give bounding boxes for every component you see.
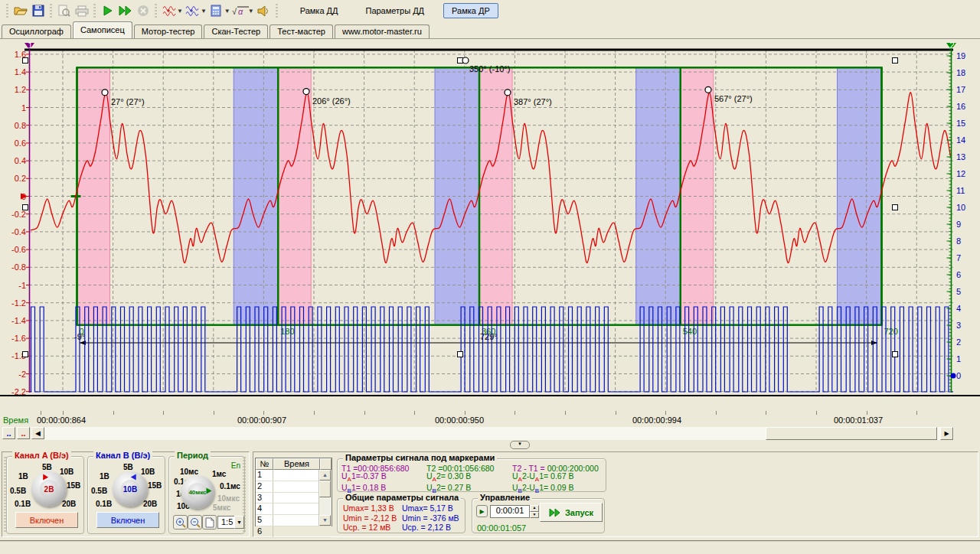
right-axis-label: 18 — [956, 68, 965, 77]
tab-scan-tester[interactable]: Скан-Тестер — [204, 24, 268, 38]
selection-handle[interactable] — [893, 205, 898, 210]
tab-website[interactable]: www.motor-master.ru — [335, 24, 430, 38]
umin-b: Umin = -376 мВ — [402, 513, 459, 523]
dial-label: 0.1мс — [220, 482, 240, 490]
table-header-number[interactable]: № — [256, 458, 273, 470]
fast-forward-button[interactable] — [116, 2, 134, 20]
en-mode-label[interactable]: En — [231, 461, 240, 470]
scroll-up-button[interactable]: ▲ — [319, 470, 331, 481]
period-knob[interactable]: 40мкс — [181, 475, 214, 509]
print-button[interactable] — [73, 2, 90, 20]
left-axis-label: -1 — [18, 281, 26, 290]
t2-value: T2 =00:01:056:680 — [426, 464, 512, 472]
toolbar-grip — [93, 4, 96, 18]
calculator-button[interactable] — [207, 2, 225, 20]
play-button[interactable] — [99, 2, 116, 20]
status-strip — [0, 540, 980, 554]
left-axis-label: 1.4 — [15, 67, 26, 77]
duration-spinner[interactable]: ▲▼ — [530, 505, 539, 518]
row-number: 1 — [256, 470, 273, 481]
table-header-time[interactable]: Время — [273, 458, 320, 470]
time-tick-label: 00:00:00:864 — [27, 416, 96, 425]
zoom-out-button[interactable] — [188, 515, 202, 530]
horizontal-scrollbar-thumb[interactable] — [766, 427, 937, 440]
save-button[interactable] — [29, 2, 47, 20]
stop-button[interactable] — [134, 2, 152, 20]
left-axis-label: -1.2 — [11, 298, 26, 308]
sound-button[interactable] — [255, 2, 273, 20]
left-axis-label: 1.2 — [15, 85, 26, 94]
selection-handle[interactable] — [893, 352, 898, 357]
time-tick-marks — [29, 411, 956, 415]
scroll-left-button[interactable]: ◀ — [31, 427, 44, 439]
marker2-goto-button[interactable]: .. — [17, 427, 30, 439]
peak-marker-label: 206° (26°) — [312, 96, 351, 106]
left-axis-label: 0.2 — [15, 174, 26, 183]
channel-b-range-knob[interactable]: 10В — [113, 471, 148, 507]
table-scrollbar-thumb[interactable] — [319, 481, 331, 497]
scale-select-arrow[interactable]: ▼ — [234, 516, 244, 529]
dropdown-arrow-icon[interactable]: ▼ — [177, 8, 183, 15]
save-floppy-icon — [32, 5, 44, 17]
tab-oscillograph[interactable]: Осциллограф — [2, 24, 71, 38]
time-tick-label: 00:00:00:994 — [622, 416, 691, 425]
right-axis-label: 4 — [956, 304, 961, 313]
dropdown-arrow-icon[interactable]: ▼ — [201, 8, 207, 15]
degree-label: 360 — [482, 327, 495, 336]
selection-handle[interactable] — [23, 352, 28, 357]
zoom-in-button[interactable] — [173, 515, 188, 530]
open-file-button[interactable] — [11, 2, 29, 20]
umin-a: Umin = -2,12 В — [343, 513, 397, 523]
print-preview-button[interactable] — [55, 2, 73, 20]
scroll-down-button[interactable]: ▼ — [319, 515, 331, 526]
scroll-right-button[interactable]: ▶ — [940, 427, 953, 440]
peak-marker — [505, 90, 511, 96]
selection-handle[interactable] — [23, 58, 28, 64]
control-title: Управление — [478, 493, 532, 502]
right-axis-label: 12 — [956, 169, 965, 178]
params-dd-button[interactable]: Параметры ДД — [357, 3, 433, 18]
collapse-panel-button[interactable]: ▼ — [510, 441, 530, 449]
left-axis-label: 1 — [21, 103, 26, 112]
dropdown-arrow-icon[interactable]: ▼ — [248, 8, 254, 15]
dial-label: 1мс — [212, 470, 226, 478]
marker-params-title: Параметры сигнала под маркерами — [343, 453, 497, 462]
scale-select[interactable]: 1:5 — [217, 516, 235, 529]
channel-a-signal-button[interactable] — [160, 2, 178, 20]
dropdown-arrow-icon[interactable]: ▼ — [224, 8, 230, 15]
math-function-button[interactable]: √α — [231, 2, 249, 20]
toolbar-grip — [155, 4, 157, 18]
channel-a-knob-pointer — [41, 473, 48, 481]
frame-angle-marker — [462, 57, 469, 64]
selection-handle[interactable] — [893, 58, 898, 64]
tab-motor-tester[interactable]: Мотор-тестер — [134, 24, 203, 38]
selection-handle[interactable] — [458, 352, 463, 357]
table-row[interactable]: 6 — [256, 526, 332, 538]
frame-dr-button[interactable]: Рамка ДР — [443, 3, 498, 18]
channel-a-enabled-button[interactable]: Включен — [15, 512, 78, 528]
table-scrollbar[interactable]: ▲ ▼ — [318, 470, 332, 526]
waveform-plot[interactable]: -9°729°0180360540720121.61.41.210.80.60.… — [0, 39, 980, 411]
left-axis-label: -0.8 — [11, 262, 26, 272]
marker1-goto-button[interactable]: .. — [2, 427, 15, 439]
right-axis-label: 14 — [956, 135, 965, 145]
start-button[interactable]: Запуск — [540, 503, 603, 522]
control-box: Управление ▶ 0:00:01 ▲▼ Запуск 00:00:01:… — [472, 498, 605, 533]
channel-b-enabled-button[interactable]: Включен — [96, 512, 159, 528]
channel-b-range-value: 10В — [121, 480, 139, 498]
period-title: Период — [175, 451, 211, 460]
duration-spinbox[interactable]: 0:00:01 — [490, 505, 530, 518]
zoom-in-icon — [175, 517, 186, 528]
channel-a-range-knob[interactable]: 2В — [31, 471, 67, 507]
frame-dd-button[interactable]: Рамка ДД — [292, 3, 347, 18]
tab-test-master[interactable]: Тест-мастер — [270, 24, 333, 38]
channel-b-signal-button[interactable] — [184, 2, 201, 20]
print-preview-icon — [57, 5, 70, 17]
dial-label: 15В — [67, 481, 80, 490]
marker-params-box: Параметры сигнала под маркерами T1 =00:0… — [337, 458, 606, 492]
selection-handle[interactable] — [23, 205, 28, 210]
new-page-button[interactable] — [202, 515, 217, 530]
marker-1-number: 1 — [28, 41, 33, 50]
tab-recorder[interactable]: Самописец — [73, 21, 132, 38]
small-play-button[interactable]: ▶ — [476, 505, 488, 517]
